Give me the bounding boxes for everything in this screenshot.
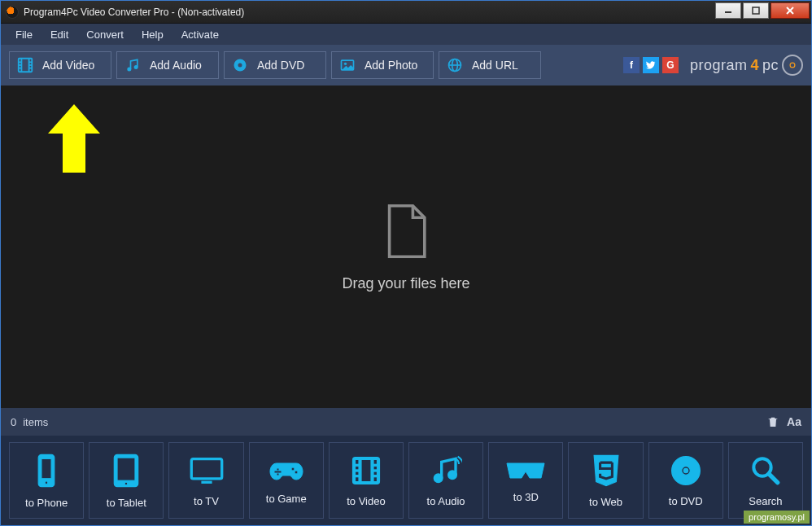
music-note-icon [124, 56, 142, 74]
add-video-label: Add Video [42, 59, 94, 72]
svg-point-16 [238, 64, 242, 68]
rename-button[interactable]: Aa [787, 414, 801, 429]
add-url-button[interactable]: Add URL [439, 51, 541, 79]
glasses-3d-icon [505, 458, 546, 483]
preset-game[interactable]: to Game [249, 442, 324, 519]
app-icon [6, 6, 19, 19]
globe-icon [446, 56, 464, 74]
add-audio-button[interactable]: Add Audio [116, 51, 219, 79]
watermark: programosy.pl [744, 511, 810, 524]
svg-line-50 [769, 474, 778, 483]
preset-video[interactable]: to Video [329, 442, 404, 519]
menu-activate[interactable]: Activate [173, 25, 227, 44]
drop-area[interactable]: Drag your files here [1, 85, 811, 408]
add-dvd-label: Add DVD [257, 59, 304, 72]
preset-tv[interactable]: to TV [168, 442, 243, 519]
preset-phone[interactable]: to Phone [9, 442, 84, 519]
annotation-arrow-icon [41, 98, 107, 182]
add-url-label: Add URL [472, 59, 518, 72]
preset-web-label: to Web [589, 496, 622, 508]
text-icon: Aa [787, 415, 801, 428]
preset-audio-label: to Audio [427, 495, 465, 507]
tablet-icon [111, 453, 142, 489]
window-controls [715, 1, 811, 23]
menu-edit[interactable]: Edit [42, 25, 76, 44]
window-title: Program4Pc Video Converter Pro - (Non-ac… [24, 7, 244, 18]
add-photo-button[interactable]: Add Photo [331, 51, 434, 79]
preset-audio[interactable]: to Audio [408, 442, 483, 519]
music-icon [430, 454, 462, 487]
svg-rect-32 [274, 471, 282, 473]
svg-rect-27 [117, 458, 135, 480]
phone-icon [33, 453, 59, 489]
twitter-link[interactable] [643, 57, 659, 73]
tv-icon [189, 454, 225, 487]
preset-web[interactable]: to Web [568, 442, 643, 519]
svg-point-25 [45, 480, 48, 484]
facebook-link[interactable]: f [623, 57, 640, 73]
svg-point-45 [448, 471, 457, 480]
titlebar: Program4Pc Video Converter Pro - (Non-ac… [1, 1, 811, 24]
menu-convert[interactable]: Convert [78, 25, 132, 44]
menubar: File Edit Convert Help Activate [1, 24, 811, 45]
maximize-icon [752, 7, 760, 15]
film-icon [16, 56, 34, 74]
preset-search[interactable]: Search [728, 442, 803, 519]
preset-3d-label: to 3D [513, 491, 539, 503]
preset-3d[interactable]: to 3D [488, 442, 563, 519]
film-strip-icon [350, 454, 382, 487]
drop-text: Drag your files here [342, 275, 469, 292]
add-dvd-button[interactable]: Add DVD [224, 51, 326, 79]
svg-rect-24 [41, 458, 51, 478]
preset-dvd[interactable]: to DVD [648, 442, 723, 519]
preset-phone-label: to Phone [25, 497, 68, 509]
svg-point-34 [295, 471, 298, 474]
minimize-button[interactable] [715, 2, 741, 19]
image-icon [338, 56, 356, 74]
preset-dvd-label: to DVD [669, 495, 703, 507]
svg-point-28 [124, 482, 128, 485]
brand-logo: program4pc [690, 55, 803, 76]
file-icon [382, 202, 430, 261]
google-plus-link[interactable]: G [662, 57, 679, 73]
status-bar: 0 items Aa [1, 408, 811, 436]
menu-help[interactable]: Help [133, 25, 172, 44]
preset-tv-label: to TV [194, 495, 219, 507]
minimize-icon [724, 7, 732, 15]
html5-icon [591, 454, 622, 488]
svg-point-44 [434, 474, 443, 483]
maximize-button[interactable] [743, 2, 769, 19]
close-icon [785, 7, 795, 15]
presets-bar: to Phone to Tablet to TV to Game to Vide… [1, 436, 811, 525]
delete-button[interactable] [766, 414, 780, 429]
menu-file[interactable]: File [7, 25, 41, 44]
app-window: Program4Pc Video Converter Pro - (Non-ac… [0, 0, 812, 526]
brand-ring-icon [782, 55, 803, 76]
svg-rect-1 [753, 7, 759, 14]
brand-text-a: program [690, 57, 748, 74]
svg-point-18 [344, 63, 347, 65]
items-label: items [23, 416, 48, 428]
add-photo-label: Add Photo [365, 59, 417, 72]
svg-point-13 [127, 68, 131, 72]
brand-text-b: 4 [750, 57, 759, 74]
preset-video-label: to Video [347, 495, 385, 507]
add-video-button[interactable]: Add Video [9, 51, 111, 79]
disc-large-icon [670, 454, 702, 487]
gamepad-icon [268, 457, 304, 484]
preset-search-label: Search [749, 495, 782, 507]
preset-game-label: to Game [266, 493, 307, 505]
trash-icon [766, 415, 779, 428]
svg-point-22 [790, 63, 795, 68]
svg-rect-29 [191, 458, 221, 478]
svg-point-48 [683, 468, 688, 472]
add-audio-label: Add Audio [150, 59, 202, 72]
brand-text-c: pc [762, 57, 779, 74]
close-button[interactable] [771, 2, 810, 19]
disc-icon [231, 56, 249, 74]
svg-point-14 [134, 65, 138, 69]
preset-tablet[interactable]: to Tablet [89, 442, 164, 519]
social-links: f G [623, 57, 679, 73]
toolbar: Add Video Add Audio Add DVD Add Photo Ad… [1, 45, 811, 85]
search-icon [749, 454, 782, 487]
